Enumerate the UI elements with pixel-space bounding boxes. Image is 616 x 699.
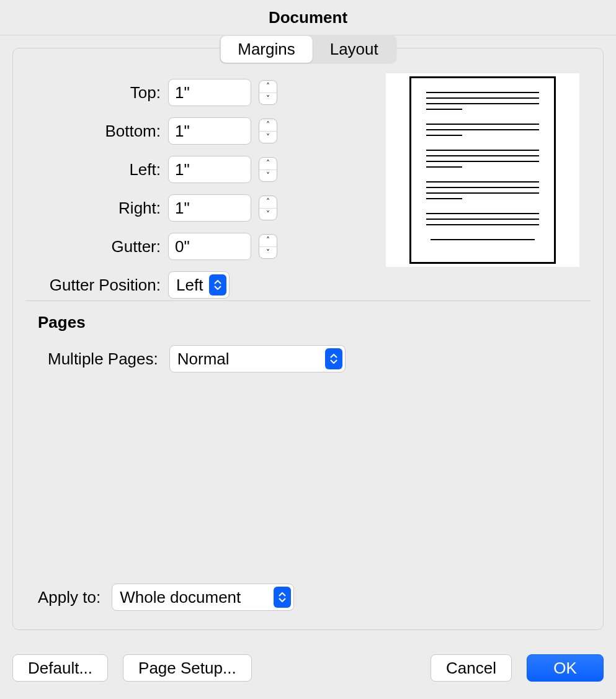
apply-to-value: Whole document <box>120 588 267 607</box>
tab-layout[interactable]: Layout <box>313 36 396 63</box>
select-caret-icon <box>325 348 342 369</box>
chevron-down-icon[interactable]: ˅ <box>259 132 277 143</box>
gutter-stepper[interactable]: ˄ ˅ <box>259 234 277 259</box>
right-input[interactable] <box>168 194 251 222</box>
tab-bar: Margins Layout <box>219 35 397 64</box>
ok-button[interactable]: OK <box>527 654 604 682</box>
left-label: Left: <box>25 160 168 179</box>
chevron-up-icon[interactable]: ˄ <box>259 119 277 132</box>
right-stepper[interactable]: ˄ ˅ <box>259 196 277 220</box>
gutter-position-select[interactable]: Left <box>168 271 230 299</box>
chevron-down-icon[interactable]: ˅ <box>259 170 277 182</box>
dialog-footer: Default... Page Setup... Cancel OK <box>0 637 616 699</box>
right-label: Right: <box>25 199 168 218</box>
chevron-up-icon[interactable]: ˄ <box>259 158 277 170</box>
gutter-label: Gutter: <box>25 237 168 256</box>
chevron-down-icon[interactable]: ˅ <box>259 93 277 105</box>
gutter-position-value: Left <box>176 276 203 295</box>
divider <box>25 300 591 301</box>
cancel-button[interactable]: Cancel <box>431 654 512 682</box>
apply-to-select[interactable]: Whole document <box>112 584 294 611</box>
dialog-content: Margins Layout Top: ˄ ˅ Bottom: ˄ ˅ Left… <box>12 48 604 630</box>
chevron-up-icon[interactable]: ˄ <box>259 235 277 247</box>
tab-margins[interactable]: Margins <box>220 36 312 63</box>
chevron-down-icon[interactable]: ˅ <box>259 247 277 259</box>
bottom-label: Bottom: <box>25 122 168 141</box>
default-button[interactable]: Default... <box>12 654 108 682</box>
margin-preview <box>386 73 579 267</box>
bottom-stepper[interactable]: ˄ ˅ <box>259 119 277 143</box>
multiple-pages-select[interactable]: Normal <box>169 345 346 372</box>
page-preview-icon <box>409 76 556 264</box>
select-caret-icon <box>274 587 291 608</box>
gutter-input[interactable] <box>168 233 251 260</box>
multiple-pages-label: Multiple Pages: <box>48 350 158 369</box>
chevron-up-icon[interactable]: ˄ <box>259 81 277 93</box>
pages-heading: Pages <box>38 313 86 332</box>
left-stepper[interactable]: ˄ ˅ <box>259 157 277 182</box>
multiple-pages-value: Normal <box>177 350 319 369</box>
chevron-down-icon[interactable]: ˅ <box>259 209 277 220</box>
left-input[interactable] <box>168 156 251 183</box>
margins-section: Top: ˄ ˅ Bottom: ˄ ˅ Left: ˄ ˅ Right: <box>25 73 286 304</box>
window-title: Document <box>0 0 616 35</box>
select-caret-icon <box>209 274 226 295</box>
apply-to-label: Apply to: <box>38 588 100 607</box>
top-label: Top: <box>25 83 168 102</box>
top-stepper[interactable]: ˄ ˅ <box>259 80 277 105</box>
top-input[interactable] <box>168 79 251 106</box>
gutter-position-label: Gutter Position: <box>25 276 168 295</box>
chevron-up-icon[interactable]: ˄ <box>259 196 277 209</box>
page-setup-button[interactable]: Page Setup... <box>123 654 252 682</box>
bottom-input[interactable] <box>168 117 251 145</box>
